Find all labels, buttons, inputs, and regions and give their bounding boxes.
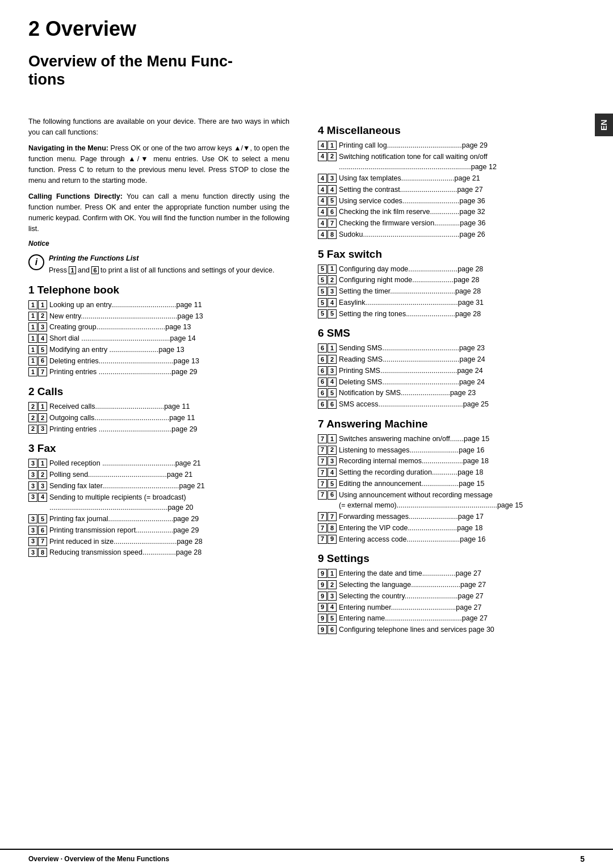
info-icon: i (28, 254, 44, 270)
page-title: 2 Overview (0, 0, 613, 47)
menu-text: Entering access code....................… (339, 534, 590, 545)
menu-text: Sending to multiple recipients (= broadc… (49, 492, 289, 514)
menu-text: Sudoku..................................… (339, 229, 590, 240)
key-5: 5 (328, 614, 337, 623)
notice-parent: Notice i Printing the Functions List Pre… (28, 240, 289, 276)
key-3: 3 (28, 548, 37, 557)
menu-text: Entering the VIP code...................… (339, 523, 590, 534)
menu-keys: 5 4 (318, 298, 337, 307)
menu-keys: 7 1 (318, 434, 337, 443)
list-item: 6 1 Sending SMS.........................… (318, 343, 590, 354)
key-2: 2 (28, 402, 37, 411)
list-item: 4 1 Printing call log...................… (318, 140, 590, 151)
list-item: 7 7 Forwarding messages.................… (318, 511, 590, 522)
key-3: 3 (328, 366, 337, 375)
list-item: 4 5 Using service codes.................… (318, 196, 590, 207)
menu-keys: 3 6 (28, 526, 47, 535)
key-6: 6 (38, 526, 47, 535)
key-6: 6 (318, 388, 327, 397)
key-6: 6 (318, 343, 327, 353)
key-3: 3 (28, 537, 37, 546)
menu-text: Creating group..........................… (49, 322, 289, 333)
list-item: 7 8 Entering the VIP code...............… (318, 523, 590, 534)
menu-text: Printing transmission report............… (49, 525, 289, 536)
menu-list-answering-machine: 7 1 Switches answering machine on/off...… (318, 434, 590, 545)
menu-text: Modifying an entry .....................… (49, 345, 289, 355)
key-1: 1 (38, 459, 47, 468)
notice-box: i Printing the Functions List Press 1 an… (28, 253, 289, 276)
key-2: 2 (328, 355, 337, 364)
menu-keys: 1 6 (28, 357, 47, 366)
list-item: 7 9 Entering access code................… (318, 534, 590, 545)
key-1: 1 (328, 265, 337, 274)
key-5: 5 (38, 345, 47, 354)
key-4: 4 (38, 334, 47, 343)
menu-text: Using announcement without recording mes… (339, 490, 590, 511)
key-7: 7 (318, 535, 327, 544)
list-item: 3 5 Printing fax journal................… (28, 514, 289, 525)
key-6: 6 (328, 625, 337, 634)
menu-keys: 9 3 (318, 592, 337, 601)
list-item: 1 6 Deleting entries....................… (28, 356, 289, 367)
notice-content: Printing the Functions List Press 1 and … (49, 253, 274, 276)
key-3: 3 (328, 456, 337, 466)
list-item: 9 1 Entering the date and time..........… (318, 568, 590, 579)
menu-text: Deleting entries........................… (49, 356, 289, 367)
key-1: 1 (28, 357, 37, 366)
list-item: 7 5 Editing the announcement............… (318, 479, 590, 489)
key-1: 1 (38, 402, 47, 411)
menu-text: Printing SMS............................… (339, 366, 590, 376)
notice-title: Printing the Functions List (49, 253, 274, 264)
menu-list-telephone-book: 1 1 Looking up an entry.................… (28, 300, 289, 378)
menu-keys: 5 2 (318, 275, 337, 284)
key-5: 5 (38, 514, 47, 523)
key-1: 1 (328, 569, 337, 578)
menu-keys: 6 6 (318, 400, 337, 409)
key-9: 9 (328, 535, 337, 544)
overview-subtitle: Overview of the Menu Func-tions (0, 52, 613, 89)
key-4: 4 (328, 378, 337, 387)
key-7: 7 (318, 490, 327, 500)
section-title-fax-switch: 5 Fax switch (318, 248, 590, 261)
key-4: 4 (38, 493, 47, 502)
menu-list-settings: 9 1 Entering the date and time..........… (318, 568, 590, 635)
key-2: 2 (38, 312, 47, 321)
key-3: 3 (328, 592, 337, 601)
key-3: 3 (38, 322, 47, 332)
list-item: 1 5 Modifying an entry .................… (28, 345, 289, 355)
list-item: 4 4 Setting the contrast................… (318, 184, 590, 195)
menu-keys: 5 1 (318, 265, 337, 274)
menu-keys: 1 4 (28, 334, 47, 343)
key-4: 4 (318, 219, 327, 228)
menu-keys: 6 2 (318, 355, 337, 364)
menu-text: Listening to messages...................… (339, 445, 590, 456)
list-item: 1 1 Looking up an entry.................… (28, 300, 289, 311)
list-item: 7 6 Using announcement without recording… (318, 490, 590, 511)
list-item: 6 2 Reading SMS.........................… (318, 354, 590, 365)
list-item: 7 4 Setting the recording duration......… (318, 467, 590, 478)
key-2: 2 (328, 580, 337, 589)
key-4: 4 (318, 207, 327, 216)
key-2: 2 (328, 152, 337, 161)
key-5: 5 (328, 196, 337, 206)
menu-keys: 7 2 (318, 446, 337, 455)
right-column: EN 4 Miscellaneous 4 1 Printing call log… (301, 116, 602, 849)
list-item: 4 2 Switching notification tone for call… (318, 152, 590, 173)
menu-keys: 7 8 (318, 523, 337, 532)
menu-keys: 2 3 (28, 425, 47, 434)
key-3: 3 (28, 459, 37, 468)
menu-text: Looking up an entry.....................… (49, 300, 289, 311)
menu-text: Received calls..........................… (49, 401, 289, 412)
key-4: 4 (318, 196, 327, 206)
menu-keys: 4 2 (318, 152, 337, 161)
menu-text: SMS access..............................… (339, 399, 590, 410)
menu-keys: 3 2 (28, 470, 47, 479)
key-4: 4 (318, 230, 327, 239)
menu-text: Printing call log.......................… (339, 140, 590, 151)
list-item: 4 3 Using fax templates.................… (318, 173, 590, 184)
key-6: 6 (328, 207, 337, 216)
key-2: 2 (38, 470, 47, 479)
list-item: 2 2 Outgoing calls......................… (28, 413, 289, 423)
list-item: 7 3 Recording internal memos............… (318, 456, 590, 467)
menu-keys: 6 5 (318, 388, 337, 397)
